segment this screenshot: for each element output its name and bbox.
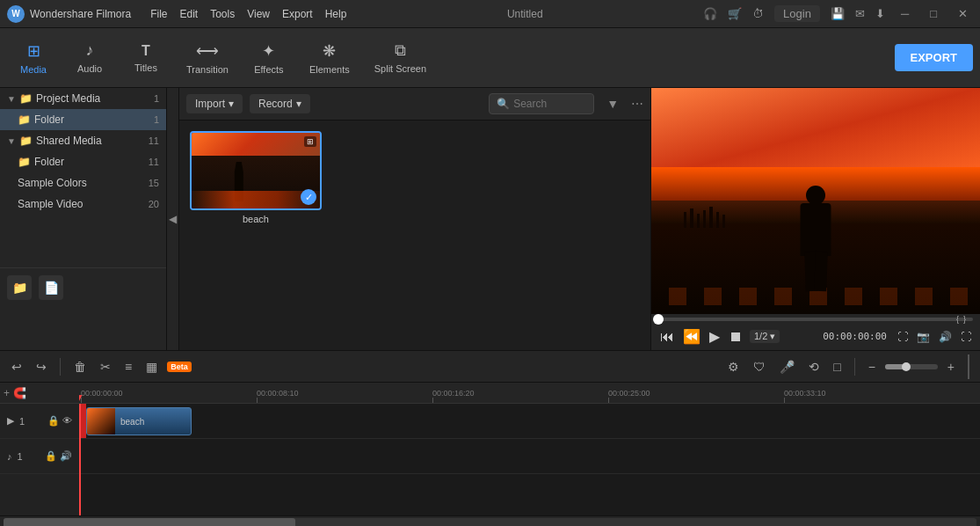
- add-track-button[interactable]: +: [4, 387, 10, 399]
- video-lock-icon[interactable]: 🔒: [47, 415, 60, 427]
- folder-count: 1: [154, 114, 159, 125]
- view-toggle-button[interactable]: ▦: [142, 357, 162, 376]
- grid-icon[interactable]: ⋯: [631, 97, 643, 111]
- menu-help[interactable]: Help: [325, 8, 347, 20]
- media-grid: ⊞ ✓ beach: [179, 121, 650, 350]
- tab-titles[interactable]: T Titles: [120, 38, 172, 78]
- window-maximize[interactable]: □: [925, 5, 942, 22]
- speed-selector[interactable]: 1/2 ▾: [750, 330, 780, 343]
- play-button[interactable]: ▶: [708, 326, 722, 347]
- sample-video-count: 20: [149, 199, 159, 209]
- snapshot-button[interactable]: 📷: [915, 329, 932, 345]
- panel-collapse-arrow[interactable]: ◀: [167, 88, 179, 350]
- sample-video-item[interactable]: Sample Video 20: [0, 194, 166, 215]
- tl-shield-icon[interactable]: 🛡: [749, 357, 770, 376]
- scrollbar-thumb[interactable]: [4, 518, 295, 526]
- preview-controls: { } ⏮ ⏪ ▶ ⏹ 1/2 ▾ 00:00:00:00 ⛶ 📷 🔊 ⛶: [651, 314, 980, 350]
- shared-folder-item[interactable]: 📁 Folder 11: [0, 151, 166, 172]
- folder-icon: 📁: [19, 92, 33, 105]
- fullscreen-button[interactable]: ⛶: [959, 329, 973, 345]
- video-track-label: ▶ 1 🔒 👁: [0, 404, 79, 439]
- tl-loop-icon[interactable]: ⟲: [804, 357, 824, 376]
- cart-icon[interactable]: 🛒: [728, 7, 742, 20]
- tab-audio[interactable]: ♪ Audio: [63, 36, 116, 79]
- export-button[interactable]: EXPORT: [895, 44, 973, 71]
- sample-colors-item[interactable]: Sample Colors 15: [0, 172, 166, 194]
- login-button[interactable]: Login: [774, 5, 820, 22]
- app-logo: W: [7, 5, 25, 23]
- tab-effects-label: Effects: [254, 64, 283, 75]
- folder-item[interactable]: 📁 Folder 1: [0, 109, 166, 130]
- playhead[interactable]: [79, 404, 81, 515]
- window-close[interactable]: ✕: [953, 5, 973, 22]
- import-file-button[interactable]: 📄: [39, 275, 63, 300]
- menu-tools[interactable]: Tools: [210, 8, 235, 20]
- stop-button[interactable]: ⏹: [727, 327, 744, 347]
- step-back-button[interactable]: ⏪: [681, 326, 702, 347]
- project-media-section[interactable]: ▼ 📁 Project Media 1: [0, 88, 166, 109]
- shared-media-count: 11: [149, 135, 159, 146]
- tab-elements[interactable]: ❋ Elements: [299, 36, 360, 80]
- tab-transition[interactable]: ⟷ Transition: [176, 36, 239, 80]
- mail-icon[interactable]: ✉: [855, 7, 865, 20]
- filter-icon[interactable]: ▼: [606, 97, 619, 111]
- record-button[interactable]: Record ▾: [250, 94, 310, 113]
- timeline-scrollbar[interactable]: [0, 515, 980, 526]
- tab-elements-label: Elements: [309, 64, 350, 75]
- video-eye-icon[interactable]: 👁: [62, 415, 72, 427]
- audio-lock-icon[interactable]: 🔒: [45, 450, 57, 462]
- save-icon[interactable]: 💾: [831, 7, 845, 20]
- transition-icon: ⟷: [196, 41, 219, 61]
- tl-settings-icon[interactable]: ⚙: [723, 357, 744, 376]
- tl-screen-icon[interactable]: □: [829, 357, 845, 376]
- selected-checkmark: ✓: [301, 189, 316, 205]
- zoom-slider[interactable]: [885, 364, 938, 369]
- screen-button[interactable]: ⛶: [896, 329, 910, 345]
- timeline: ↩ ↪ 🗑 ✂ ≡ ▦ Beta ⚙ 🛡 🎤 ⟲ □ − +: [0, 350, 980, 526]
- window-minimize[interactable]: ─: [896, 5, 914, 22]
- download-icon[interactable]: ⬇: [875, 7, 885, 20]
- audio-volume-icon[interactable]: 🔊: [60, 450, 72, 462]
- magnet-button[interactable]: 🧲: [13, 387, 26, 399]
- audio-track-number: 1: [18, 451, 23, 462]
- seekbar-thumb[interactable]: [653, 314, 664, 325]
- shared-folder-label: Folder: [34, 156, 145, 168]
- preview-panel: { } ⏮ ⏪ ▶ ⏹ 1/2 ▾ 00:00:00:00 ⛶ 📷 🔊 ⛶: [650, 88, 980, 350]
- audio-track-label: ♪ 1 🔒 🔊: [0, 439, 79, 474]
- tab-split-screen[interactable]: ⧉ Split Screen: [364, 36, 437, 79]
- clock-icon[interactable]: ⏱: [752, 7, 764, 20]
- search-box: 🔍: [489, 93, 594, 114]
- new-folder-button[interactable]: 📁: [7, 275, 32, 300]
- timeline-toolbar: ↩ ↪ 🗑 ✂ ≡ ▦ Beta ⚙ 🛡 🎤 ⟲ □ − +: [0, 351, 980, 383]
- tl-mic-icon[interactable]: 🎤: [775, 357, 799, 376]
- audio-settings-button[interactable]: ≡: [120, 357, 136, 376]
- undo-button[interactable]: ↩: [7, 357, 26, 376]
- zoom-out-button[interactable]: −: [864, 357, 880, 376]
- cut-button[interactable]: ✂: [96, 357, 115, 376]
- timeline-ruler[interactable]: 00:00:00:00 00:00:08:10 00:00:16:20 00:0…: [79, 383, 980, 404]
- import-button[interactable]: Import ▾: [186, 94, 243, 113]
- shared-media-section[interactable]: ▼ 📁 Shared Media 11: [0, 130, 166, 151]
- redo-button[interactable]: ↪: [32, 357, 51, 376]
- media-item-beach[interactable]: ⊞ ✓ beach: [190, 131, 322, 224]
- delete-button[interactable]: 🗑: [69, 357, 91, 376]
- tab-titles-label: Titles: [134, 62, 157, 73]
- zoom-in-button[interactable]: +: [943, 357, 959, 376]
- tracks-area: 00:00:00:00 00:00:08:10 00:00:16:20 00:0…: [79, 383, 980, 515]
- shared-media-label: Shared Media: [36, 135, 145, 147]
- menu-file[interactable]: File: [150, 8, 167, 20]
- search-input[interactable]: [513, 98, 584, 110]
- volume-button[interactable]: 🔊: [937, 329, 954, 345]
- headphone-icon[interactable]: 🎧: [703, 7, 717, 20]
- menu-export[interactable]: Export: [282, 8, 313, 20]
- tab-effects[interactable]: ✦ Effects: [243, 36, 295, 80]
- ruler-mark-4: 00:00:33:10: [784, 389, 826, 403]
- preview-area: [651, 88, 980, 314]
- tab-media[interactable]: ⊞ Media: [7, 36, 60, 80]
- menu-edit[interactable]: Edit: [180, 8, 199, 20]
- menu-view[interactable]: View: [247, 8, 270, 20]
- prev-frame-button[interactable]: ⏮: [658, 327, 676, 347]
- video-clip-beach[interactable]: beach: [86, 407, 192, 435]
- seekbar[interactable]: { }: [658, 318, 973, 321]
- timecode-display: 00:00:00:00: [823, 331, 887, 342]
